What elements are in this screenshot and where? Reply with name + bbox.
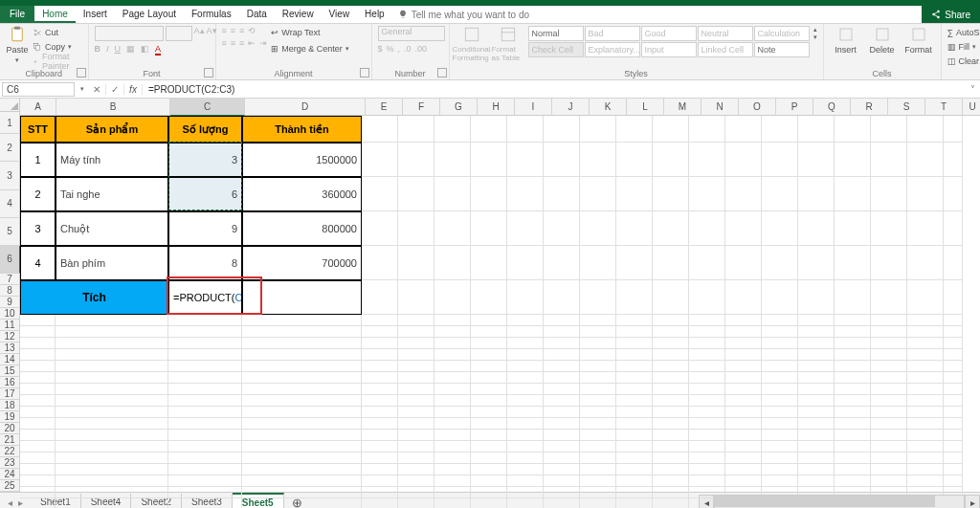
- cell[interactable]: [168, 384, 242, 395]
- cell[interactable]: [835, 475, 871, 487]
- cell[interactable]: [798, 211, 835, 246]
- cell[interactable]: [398, 177, 434, 211]
- cell[interactable]: [871, 116, 907, 143]
- cell[interactable]: [616, 246, 653, 280]
- col-header-i[interactable]: I: [515, 99, 552, 116]
- cell[interactable]: [944, 407, 963, 418]
- cell[interactable]: [20, 372, 56, 384]
- cell[interactable]: [507, 280, 544, 315]
- cell-c2[interactable]: 3: [168, 143, 242, 177]
- cell[interactable]: [835, 349, 871, 361]
- cell[interactable]: [907, 418, 944, 430]
- cell-c6-editing[interactable]: =PRODUCT(C2:C3): [168, 280, 242, 315]
- cell[interactable]: [362, 177, 398, 211]
- row-header-21[interactable]: 21: [0, 434, 20, 446]
- col-header-p[interactable]: P: [776, 99, 813, 116]
- cell-b5[interactable]: Bàn phím: [56, 246, 168, 280]
- cell[interactable]: [907, 384, 944, 395]
- cell[interactable]: [689, 372, 725, 384]
- cell[interactable]: [20, 453, 56, 464]
- style-good[interactable]: Good: [641, 26, 697, 41]
- cell[interactable]: [242, 464, 362, 475]
- cell[interactable]: [168, 407, 242, 418]
- col-header-b[interactable]: B: [56, 99, 170, 116]
- cell[interactable]: [871, 464, 907, 475]
- format-painter-button[interactable]: Format Painter: [33, 55, 81, 68]
- row-header-5[interactable]: 5: [0, 218, 20, 246]
- cell[interactable]: [689, 361, 725, 372]
- cell[interactable]: [907, 116, 944, 143]
- cell-d2[interactable]: 1500000: [242, 143, 362, 177]
- fill-button[interactable]: ▥Fill▾: [947, 40, 980, 54]
- cell[interactable]: [871, 143, 907, 177]
- cell-d6[interactable]: [242, 280, 362, 315]
- row-header-19[interactable]: 19: [0, 411, 20, 423]
- col-header-o[interactable]: O: [739, 99, 776, 116]
- cell[interactable]: [434, 349, 471, 361]
- cell[interactable]: [835, 338, 871, 349]
- cell[interactable]: [434, 372, 471, 384]
- cell[interactable]: [871, 441, 907, 453]
- cell[interactable]: [362, 349, 398, 361]
- cell[interactable]: [398, 326, 434, 338]
- cell[interactable]: [616, 430, 653, 441]
- cell[interactable]: [835, 315, 871, 326]
- row-header-17[interactable]: 17: [0, 388, 20, 400]
- cell[interactable]: [471, 407, 507, 418]
- cell[interactable]: [944, 395, 963, 407]
- cell[interactable]: [434, 116, 471, 143]
- cell[interactable]: [944, 326, 963, 338]
- tab-page-layout[interactable]: Page Layout: [115, 6, 184, 23]
- tab-file[interactable]: File: [0, 6, 34, 23]
- cell[interactable]: [20, 464, 56, 475]
- cell[interactable]: [944, 372, 963, 384]
- col-header-e[interactable]: E: [366, 99, 403, 116]
- cell[interactable]: [835, 143, 871, 177]
- cell[interactable]: [762, 326, 798, 338]
- cell[interactable]: [434, 475, 471, 487]
- cell[interactable]: [907, 246, 944, 280]
- cell[interactable]: [362, 475, 398, 487]
- cell[interactable]: [616, 441, 653, 453]
- cell[interactable]: [362, 211, 398, 246]
- cell-b4[interactable]: Chuột: [56, 211, 168, 246]
- comma-format-icon[interactable]: ,: [398, 44, 401, 54]
- cell[interactable]: [835, 453, 871, 464]
- cell[interactable]: [835, 384, 871, 395]
- cell[interactable]: [871, 177, 907, 211]
- name-box[interactable]: C6: [2, 82, 75, 97]
- cell[interactable]: [398, 395, 434, 407]
- cell[interactable]: [544, 177, 580, 211]
- cell[interactable]: [398, 361, 434, 372]
- cell[interactable]: [725, 384, 762, 395]
- cell[interactable]: [56, 475, 168, 487]
- cell[interactable]: [798, 372, 835, 384]
- cell[interactable]: [907, 464, 944, 475]
- cell[interactable]: [871, 372, 907, 384]
- cell[interactable]: [471, 338, 507, 349]
- cell[interactable]: [56, 338, 168, 349]
- cell[interactable]: [762, 395, 798, 407]
- cell[interactable]: [434, 498, 471, 508]
- cell[interactable]: [689, 211, 725, 246]
- cell[interactable]: [242, 338, 362, 349]
- cell[interactable]: [544, 143, 580, 177]
- cell[interactable]: [471, 430, 507, 441]
- cell[interactable]: [398, 349, 434, 361]
- cell[interactable]: [242, 475, 362, 487]
- cell-b3[interactable]: Tai nghe: [56, 177, 168, 211]
- cell[interactable]: [56, 441, 168, 453]
- cell[interactable]: [944, 475, 963, 487]
- tab-view[interactable]: View: [322, 6, 358, 23]
- cell[interactable]: [798, 384, 835, 395]
- cell[interactable]: [689, 349, 725, 361]
- font-dialog-launcher[interactable]: [204, 68, 213, 77]
- cell-a2[interactable]: 1: [20, 143, 56, 177]
- style-input[interactable]: Input: [641, 42, 697, 57]
- cell[interactable]: [544, 395, 580, 407]
- cell[interactable]: [580, 177, 616, 211]
- cell[interactable]: [544, 441, 580, 453]
- cell[interactable]: [471, 464, 507, 475]
- cell[interactable]: [168, 395, 242, 407]
- cell[interactable]: [168, 430, 242, 441]
